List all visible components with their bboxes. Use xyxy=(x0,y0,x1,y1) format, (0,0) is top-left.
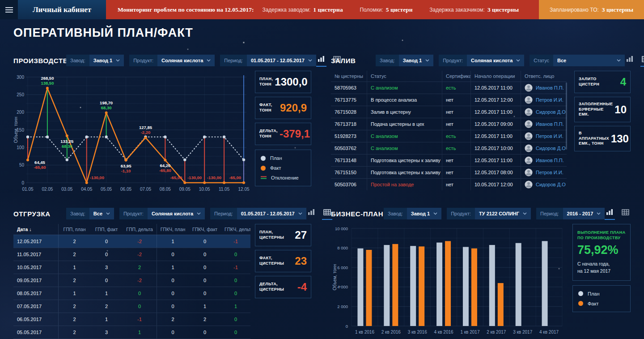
filter-dropdown[interactable]: Период:2016 - 2017 xyxy=(536,208,605,219)
cell-value: 1 xyxy=(58,287,90,300)
filter-dropdown[interactable]: Завод:Завод 1 xyxy=(384,208,441,219)
chart-view-button[interactable] xyxy=(316,55,326,67)
alert-value: 1 цистерна xyxy=(313,6,343,13)
table-row[interactable]: 76713775В процессе анализанет12.05.2017 … xyxy=(331,94,567,106)
table-row[interactable]: 09.05.201720-2000 xyxy=(13,274,250,287)
person-link[interactable]: Иванов П.П. xyxy=(525,156,564,164)
table-row[interactable]: 06.05.201721-1220 xyxy=(13,313,250,326)
cell-value: 2 xyxy=(123,265,157,270)
filter-dropdown[interactable]: СтатусВсе xyxy=(530,55,625,66)
svg-text:268,50: 268,50 xyxy=(41,76,54,81)
svg-text:6 000: 6 000 xyxy=(337,265,348,270)
panel-header: ОТГРУЗКА Завод:ВсеПродукт:Соляная кислот… xyxy=(13,207,311,220)
table-view-button[interactable] xyxy=(620,208,631,220)
table-row[interactable]: 76715150Подготовка цистерны к заливунет1… xyxy=(331,166,567,178)
svg-text:4 кв 2016: 4 кв 2016 xyxy=(434,330,453,335)
cell-value: 0 xyxy=(189,291,221,296)
cell-date: 05.05.2017 xyxy=(13,330,58,335)
filter-value: Завод 1 xyxy=(411,211,430,216)
filter-value: 2016 - 2017 xyxy=(567,211,593,216)
chevron-down-icon xyxy=(523,212,527,215)
table-row[interactable]: 76713718Подача цистерны в цехнет12.05.20… xyxy=(331,118,567,130)
svg-text:68,30: 68,30 xyxy=(62,144,72,149)
table-row[interactable]: 51928273С анализоместь12.05.2017 11:00Пе… xyxy=(331,130,567,142)
filter-value-box: ТУ 2122 СОЛИНГ xyxy=(475,208,531,219)
person-link[interactable]: Петров И.И. xyxy=(525,132,564,140)
person-name: Сидоров Д.О. xyxy=(536,146,566,151)
filter-dropdown[interactable]: Период:01.05.2017 - 12.05.2017 xyxy=(220,55,316,66)
table-row[interactable]: 50503706Простой на заводенет10.05.2017 1… xyxy=(331,178,567,190)
table-row[interactable]: 76715028Залив в цистернунет12.05.2017 11… xyxy=(331,106,567,118)
cell-responsible: Иванов П.П. xyxy=(521,118,566,130)
panel-filling: ЗАЛИВ Завод:Завод 1Продукт:Соляная кисло… xyxy=(331,54,631,201)
panel-business-plan: БИЗНЕС-ПЛАН Завод:Завод 1Продукт:ТУ 2122… xyxy=(331,207,631,339)
svg-text:138,50: 138,50 xyxy=(41,81,54,86)
chart-view-button[interactable] xyxy=(306,208,317,220)
filter-dropdown[interactable]: Продукт:Соляная кислота xyxy=(439,55,524,66)
panel-body: № цистерныСтатусСертификатНачало операци… xyxy=(331,71,631,190)
person-link[interactable]: Иванов П.П. xyxy=(525,120,564,128)
chart-view-button[interactable] xyxy=(625,55,635,67)
table-row[interactable]: 50503762С анализоместь12.05.2017 10:00Си… xyxy=(331,142,567,154)
person-link[interactable]: Сидоров Д.О. xyxy=(525,144,566,152)
column-header: ГПКЧ, план xyxy=(157,224,189,235)
cell-status: Подготовка цистерны к заливу xyxy=(367,154,442,166)
filter-value-box: Все xyxy=(553,55,625,66)
filter-dropdown[interactable]: Продукт:Соляная кислота xyxy=(119,208,205,219)
cell-operation-start: 12.05.2017 12:00 xyxy=(470,94,521,106)
alert-value: 5 цистерн xyxy=(386,6,413,13)
legend-item: Факт xyxy=(578,301,625,306)
avatar xyxy=(525,108,533,116)
person-link[interactable]: Сидоров Д.О. xyxy=(525,108,566,116)
person-name: Иванов П.П. xyxy=(536,158,564,163)
filter-dropdown[interactable]: Завод:Завод 1 xyxy=(376,55,433,66)
chart-view-button[interactable] xyxy=(605,208,615,220)
person-link[interactable]: Петров И.И. xyxy=(525,168,564,176)
cell-value: 0 xyxy=(221,291,250,296)
table-row[interactable]: 58705963С анализоместь12.05.2017 11:00Ив… xyxy=(331,82,567,94)
cell-value: 1 xyxy=(157,235,189,248)
person-link[interactable]: Петров И.И. xyxy=(525,96,564,104)
person-link[interactable]: Сидоров Д.О. xyxy=(525,180,566,189)
chart-legend: ПланФактОтклонение xyxy=(255,150,311,186)
cell-responsible: Петров И.И. xyxy=(521,167,566,178)
menu-button[interactable] xyxy=(0,0,18,19)
alert-bar: Мониторинг проблем по состоянию на 12.05… xyxy=(106,0,539,19)
stats-group: ПЛАН, ЦИСТЕРНЫ27ФАКТ, ЦИСТЕРНЫ23ДЕЛЬТА, … xyxy=(255,224,311,298)
svg-text:1 кв 2016: 1 кв 2016 xyxy=(355,330,374,335)
filter-value-box: Все xyxy=(89,208,114,219)
cell-status: С анализом xyxy=(367,142,442,154)
business-bar-chart: 02 0004 0006 0008 00010 000Объем, тонн1 … xyxy=(331,224,566,339)
table-row[interactable]: 05.05.2017231000 xyxy=(13,326,250,339)
sort-column-header[interactable]: Дата ↓ xyxy=(13,227,58,232)
avatar xyxy=(525,144,533,152)
table-row[interactable]: 76713148Подготовка цистерны к заливунет1… xyxy=(331,154,567,166)
stat-box: ПЛАН, ЦИСТЕРНЫ27 xyxy=(255,224,311,246)
person-link[interactable]: Иванов П.П. xyxy=(525,84,564,92)
svg-text:-65,80: -65,80 xyxy=(159,168,171,173)
cell-value: 1 xyxy=(221,304,250,309)
table-view-button[interactable] xyxy=(640,55,644,67)
chevron-down-icon xyxy=(617,59,621,62)
table-row[interactable]: 08.05.2017110000 xyxy=(13,287,250,300)
cell-value: -2 xyxy=(123,252,157,257)
stat-label: ПЛАН, ЦИСТЕРНЫ xyxy=(259,230,284,240)
svg-text:10 000: 10 000 xyxy=(335,226,348,231)
filter-value-box: Завод 1 xyxy=(89,55,124,66)
table-row[interactable]: 07.05.2017220011 xyxy=(13,300,250,313)
filter-dropdown[interactable]: Продукт:Соляная кислота xyxy=(129,55,215,66)
cell-date: 12.05.2017 xyxy=(13,239,58,244)
filter-dropdown[interactable]: Период:01.05.2017 - 12.05.2017 xyxy=(210,208,306,219)
panel-header: ЗАЛИВ Завод:Завод 1Продукт:Соляная кисло… xyxy=(331,54,631,67)
person-name: Петров И.И. xyxy=(536,97,564,103)
filter-dropdown[interactable]: Завод:Завод 1 xyxy=(66,55,124,66)
cell-cistern-number: 76713148 xyxy=(331,158,367,163)
table-row[interactable]: 11.05.201720-2000 xyxy=(13,248,250,261)
cell-date: 10.05.2017 xyxy=(13,265,58,270)
table-row[interactable]: 12.05.201720-210-1 xyxy=(13,235,250,248)
column-header: ГПП, дельта xyxy=(123,227,157,232)
filter-dropdown[interactable]: Завод:Все xyxy=(66,208,114,219)
table-row[interactable]: 10.05.201713210-1 xyxy=(13,261,250,274)
filter-dropdown[interactable]: Продукт:ТУ 2122 СОЛИНГ xyxy=(447,208,531,219)
table-scrollbar[interactable] xyxy=(566,82,567,150)
